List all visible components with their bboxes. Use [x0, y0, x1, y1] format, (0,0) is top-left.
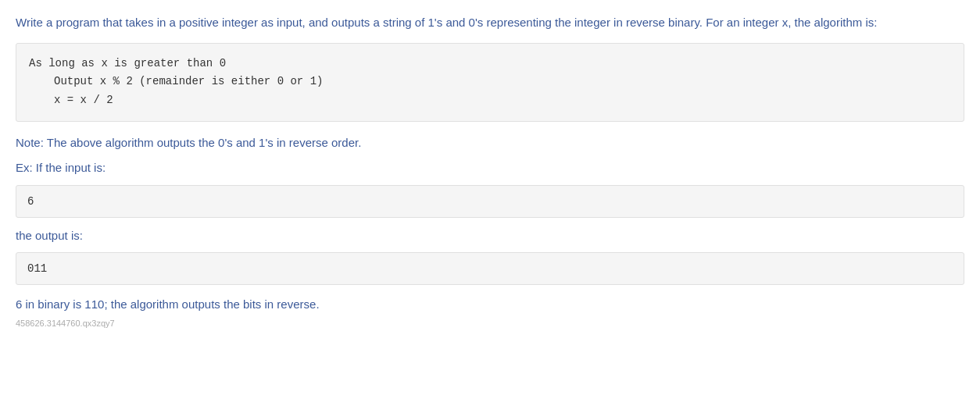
- watermark-text: 458626.3144760.qx3zqy7: [16, 319, 964, 328]
- explanation-text: 6 in binary is 110; the algorithm output…: [16, 296, 964, 314]
- output-label: the output is:: [16, 227, 964, 245]
- example-output-box: 011: [16, 252, 964, 285]
- description-text: Write a program that takes in a positive…: [16, 14, 964, 32]
- example-intro: Ex: If the input is:: [16, 159, 964, 177]
- code-line-2: Output x % 2 (remainder is either 0 or 1…: [29, 73, 951, 91]
- code-line-3: x = x / 2: [29, 91, 951, 110]
- algorithm-code-block: As long as x is greater than 0 Output x …: [16, 43, 964, 122]
- example-input-box: 6: [16, 185, 964, 218]
- code-line-1: As long as x is greater than 0: [29, 55, 951, 73]
- note-text: Note: The above algorithm outputs the 0'…: [16, 134, 964, 152]
